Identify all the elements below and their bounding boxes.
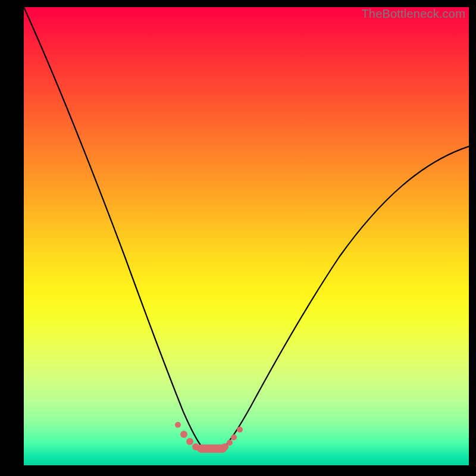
marker-left-2 — [180, 431, 187, 438]
plot-area: TheBottleneck.com — [24, 7, 469, 465]
marker-left-1 — [175, 422, 181, 428]
marker-right-4 — [237, 427, 243, 433]
curve-right-branch — [224, 146, 469, 447]
marker-right-2 — [227, 440, 233, 446]
curve-layer — [24, 7, 469, 465]
marker-left-3 — [186, 438, 193, 445]
chart-stage: TheBottleneck.com — [0, 0, 476, 476]
marker-right-3 — [231, 434, 237, 440]
curve-left-branch — [24, 7, 202, 447]
marker-left-4 — [192, 443, 199, 450]
